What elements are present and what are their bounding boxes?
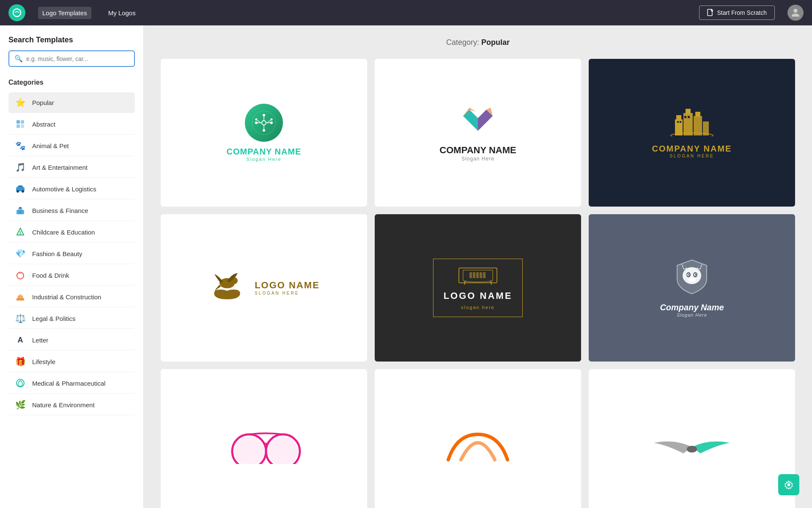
search-input[interactable] [26,55,129,62]
sidebar-item-popular[interactable]: ⭐ Popular [8,92,135,113]
business-icon [14,204,26,216]
svg-rect-45 [695,112,700,117]
childcare-icon [14,226,26,238]
logo-card-7[interactable] [161,369,367,508]
main-layout: Search Templates 🔍 Categories ⭐ Popular … [0,25,812,508]
sidebar-item-fashion[interactable]: 💎 Fashion & Beauty [8,243,135,264]
svg-rect-17 [18,295,19,298]
sidebar-item-lifestyle[interactable]: 🎁 Lifestyle [8,351,135,372]
svg-point-8 [16,190,19,193]
svg-point-24 [263,129,265,132]
logo-card-4[interactable]: LOGO NAME SLOGAN HERE [161,214,367,362]
svg-point-22 [263,114,265,116]
settings-fab[interactable] [778,474,799,495]
logo-card-9[interactable] [589,369,795,508]
svg-rect-59 [476,272,479,278]
search-icon: 🔍 [14,55,23,63]
logo-card-2[interactable]: COMPANY NAME Slogan Here [375,59,581,207]
nav-logo-templates[interactable]: Logo Templates [38,7,91,19]
logo-card-8[interactable] [375,369,581,508]
sidebar-item-art[interactable]: 🎵 Art & Entertainment [8,157,135,178]
svg-rect-50 [688,116,690,118]
building-icon [669,107,715,136]
logo2-slogan: Slogan Here [461,156,494,162]
dove-icon [208,265,246,304]
svg-rect-6 [21,124,24,128]
svg-point-73 [688,278,696,282]
svg-rect-16 [16,298,24,301]
svg-rect-60 [480,272,482,278]
sidebar-item-medical[interactable]: Medical & Pharmaceutical [8,373,135,394]
svg-point-75 [234,436,264,464]
sidebar-item-industrial[interactable]: Industrial & Construction [8,287,135,307]
svg-point-25 [255,121,258,124]
svg-rect-18 [21,295,23,298]
sidebar-item-abstract[interactable]: Abstract [8,114,135,135]
logo5-slogan: slogan here [461,305,495,310]
lifestyle-icon: 🎁 [14,356,26,367]
svg-point-2 [793,9,797,13]
svg-rect-58 [473,272,475,278]
svg-rect-43 [686,109,691,114]
svg-rect-47 [677,121,679,123]
abstract-icon [14,118,26,130]
sidebar: Search Templates 🔍 Categories ⭐ Popular … [0,25,144,508]
start-from-scratch-button[interactable]: Start From Scratch [699,6,775,20]
sidebar-item-letter[interactable]: A Letter [8,330,135,351]
sidebar-item-childcare[interactable]: Childcare & Education [8,222,135,243]
content-area: Category: Popular [144,25,812,508]
medical-icon [14,377,26,389]
logo4-slogan: SLOGAN HERE [255,291,320,295]
logo3-name: COMPANY NAME [652,144,732,154]
gear-icon [784,480,793,489]
heart-icon [459,103,497,137]
sidebar-item-food[interactable]: Food & Drink [8,265,135,286]
automotive-icon [14,183,26,195]
categories-title: Categories [8,79,135,86]
svg-point-72 [695,274,697,276]
logo-card-5[interactable]: LOGO NAME slogan here [375,214,581,362]
logo6-name: Company Name [660,303,724,312]
svg-rect-44 [694,116,702,135]
document-icon [707,9,714,17]
logo4-name: LOGO NAME [255,280,320,291]
svg-point-80 [787,483,790,486]
svg-line-55 [464,281,465,284]
sidebar-item-legal[interactable]: ⚖️ Legal & Politics [8,308,135,329]
search-title: Search Templates [8,36,135,44]
fashion-icon: 💎 [14,248,26,260]
sidebar-item-business[interactable]: Business & Finance [8,200,135,221]
svg-line-56 [491,281,491,284]
animal-icon: 🐾 [14,140,26,152]
svg-point-71 [689,274,690,276]
sidebar-item-animal[interactable]: 🐾 Animal & Pet [8,135,135,156]
logo2-emblem [459,103,497,139]
logo3-slogan: SLOGAN HERE [669,154,714,158]
logo-card-3[interactable]: COMPANY NAME SLOGAN HERE [589,59,795,207]
svg-point-79 [687,446,697,453]
popular-icon: ⭐ [14,97,26,108]
logo6-emblem [673,258,711,298]
art-icon: 🎵 [14,161,26,173]
logo1-emblem [245,104,283,142]
logo2-name: COMPANY NAME [439,145,516,156]
sidebar-item-nature[interactable]: 🌿 Nature & Environment [8,395,135,415]
top-navigation: Logo Templates My Logos Start From Scrat… [0,0,812,25]
sidebar-item-automotive[interactable]: Automotive & Logistics [8,179,135,199]
legal-icon: ⚖️ [14,312,26,324]
food-icon [14,269,26,281]
svg-point-26 [262,121,266,125]
nav-my-logos[interactable]: My Logos [104,7,140,19]
svg-point-9 [22,190,24,193]
svg-point-32 [255,118,258,120]
svg-rect-49 [684,116,686,118]
user-icon [790,7,801,19]
user-avatar[interactable] [787,5,804,21]
svg-point-23 [270,121,273,124]
logo3-emblem [669,107,715,138]
logo-card-6[interactable]: Company Name Slogan Here [589,214,795,362]
logo1-slogan: Slogan Here [246,157,281,162]
logo-card-1[interactable]: COMPANY NAME Slogan Here [161,59,367,207]
app-logo[interactable] [8,4,25,21]
logo6-slogan: Slogan Here [677,312,707,318]
